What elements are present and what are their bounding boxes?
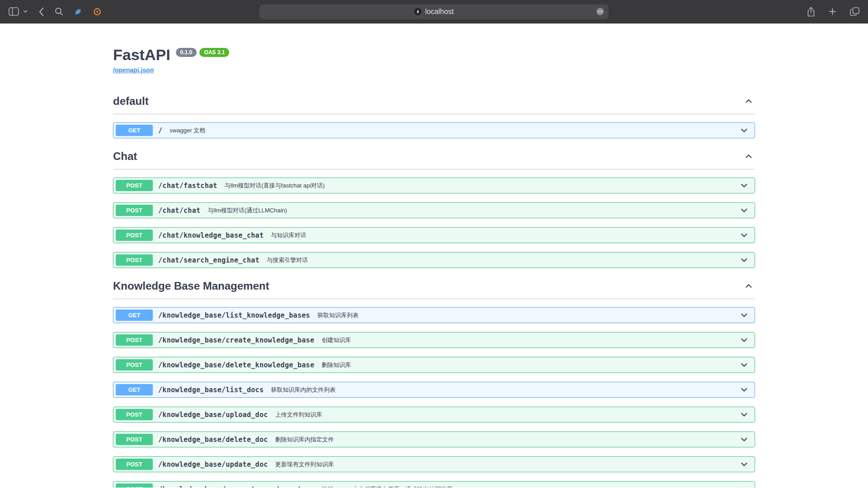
back-icon[interactable] [37, 6, 45, 18]
method-badge: POST [116, 359, 153, 371]
operation-description: 根据content中文档重建向量库，流式输出处理进度。 [321, 485, 458, 488]
method-badge: POST [116, 205, 153, 216]
section-title: Knowledge Base Management [113, 280, 269, 292]
operation-description: 获取知识库列表 [317, 311, 359, 319]
operation-list: GET / swagger 文档 [113, 122, 755, 138]
operation-row[interactable]: POST /chat/fastchat 与llm模型对话(直接与fastchat… [113, 178, 755, 193]
sidebar-chevron-icon[interactable] [22, 9, 29, 14]
expand-icon[interactable] [736, 256, 752, 265]
url-field[interactable]: localhost [259, 4, 609, 19]
expand-icon[interactable] [736, 435, 752, 444]
operation-description: 与知识库对话 [271, 231, 306, 239]
method-badge: POST [116, 230, 153, 241]
operation-row[interactable]: GET / swagger 文档 [113, 122, 755, 138]
operation-list: POST /chat/fastchat 与llm模型对话(直接与fastchat… [113, 178, 755, 268]
browser-toolbar: localhost [0, 0, 868, 23]
collapse-icon[interactable] [742, 97, 755, 106]
operation-description: 上传文件到知识库 [275, 411, 322, 419]
operation-path: /knowledge_base/list_knowledge_bases [158, 311, 310, 319]
operation-row[interactable]: POST /knowledge_base/update_doc 更新现有文件到知… [113, 456, 755, 472]
operation-path: / [158, 127, 162, 135]
method-badge: GET [116, 125, 153, 136]
operation-description: 删除知识库 [321, 361, 351, 369]
swagger-page: FastAPI 0.1.0 OAS 3.1 /openapi.json defa… [0, 23, 868, 488]
page-menu-icon[interactable] [596, 7, 604, 16]
extension-orange-icon[interactable] [92, 6, 103, 17]
operation-description: 删除知识库内指定文件 [275, 436, 334, 444]
sections: default GET / swagger 文档 Chat [113, 92, 755, 488]
operation-description: 获取知识库内的文件列表 [271, 386, 335, 394]
method-badge: POST [116, 483, 153, 488]
expand-icon[interactable] [736, 181, 752, 190]
expand-icon[interactable] [736, 485, 752, 488]
section-title: Chat [113, 150, 137, 163]
method-badge: POST [116, 459, 153, 470]
operation-path: /knowledge_base/upload_doc [158, 411, 268, 419]
section-header[interactable]: Chat [113, 147, 755, 169]
page-title: FastAPI [113, 46, 170, 64]
operation-row[interactable]: POST /knowledge_base/delete_doc 删除知识库内指定… [113, 432, 755, 447]
operation-description: swagger 文档 [170, 127, 205, 135]
expand-icon[interactable] [736, 361, 752, 370]
operation-description: 与llm模型对话(通过LLMChain) [208, 206, 287, 215]
method-badge: GET [116, 310, 153, 321]
expand-icon[interactable] [736, 206, 752, 215]
operation-list: GET /knowledge_base/list_knowledge_bases… [113, 307, 755, 488]
method-badge: POST [116, 254, 153, 266]
method-badge: POST [116, 434, 153, 445]
operation-description: 创建知识库 [321, 336, 351, 344]
method-badge: GET [116, 384, 153, 395]
share-icon[interactable] [806, 5, 816, 18]
extension-blue-icon[interactable] [73, 6, 84, 17]
tab-overview-icon[interactable] [849, 6, 861, 17]
operation-row[interactable]: POST /knowledge_base/recreate_vector_sto… [113, 481, 755, 488]
section-header[interactable]: Knowledge Base Management [113, 277, 755, 299]
collapse-icon[interactable] [742, 282, 755, 291]
api-section: Knowledge Base Management GET /knowledge… [113, 277, 755, 488]
version-badge: 0.1.0 [176, 48, 197, 57]
expand-icon[interactable] [736, 410, 752, 419]
search-icon[interactable] [53, 6, 65, 17]
method-badge: POST [116, 180, 153, 191]
operation-row[interactable]: POST /knowledge_base/create_knowledge_ba… [113, 332, 755, 348]
expand-icon[interactable] [736, 126, 752, 135]
operation-row[interactable]: GET /knowledge_base/list_knowledge_bases… [113, 307, 755, 323]
expand-icon[interactable] [736, 460, 752, 469]
method-badge: POST [116, 334, 153, 346]
operation-row[interactable]: POST /chat/search_engine_chat 与搜索引擎对话 [113, 252, 755, 268]
method-badge: POST [116, 409, 153, 420]
operation-path: /chat/knowledge_base_chat [158, 231, 264, 239]
operation-row[interactable]: GET /knowledge_base/list_docs 获取知识库内的文件列… [113, 382, 755, 398]
operation-row[interactable]: POST /chat/chat 与llm模型对话(通过LLMChain) [113, 202, 755, 218]
operation-path: /chat/fastchat [158, 182, 217, 190]
api-section: Chat POST /chat/fastchat 与llm模型对话(直接与fas… [113, 147, 755, 268]
operation-path: /knowledge_base/create_knowledge_base [158, 336, 314, 344]
operation-row[interactable]: POST /knowledge_base/delete_knowledge_ba… [113, 357, 755, 373]
api-section: default GET / swagger 文档 [113, 92, 755, 138]
operation-description: 更新现有文件到知识库 [275, 460, 334, 469]
site-favicon [414, 8, 422, 15]
operation-path: /knowledge_base/delete_knowledge_base [158, 361, 314, 369]
url-text: localhost [425, 8, 453, 16]
section-header[interactable]: default [113, 92, 755, 114]
operation-path: /knowledge_base/delete_doc [158, 436, 268, 444]
operation-path: /knowledge_base/list_docs [158, 386, 264, 394]
expand-icon[interactable] [736, 385, 752, 394]
sidebar-toggle-icon[interactable] [7, 6, 20, 17]
operation-path: /chat/search_engine_chat [158, 256, 259, 264]
openapi-link[interactable]: /openapi.json [113, 66, 154, 74]
operation-description: 与搜索引擎对话 [267, 256, 308, 264]
oas-badge: OAS 3.1 [199, 48, 229, 57]
operation-description: 与llm模型对话(直接与fastchat api对话) [225, 182, 325, 190]
new-tab-icon[interactable] [827, 6, 838, 17]
expand-icon[interactable] [736, 311, 752, 320]
operation-path: /knowledge_base/recreate_vector_store [158, 485, 314, 488]
operation-path: /knowledge_base/update_doc [158, 460, 268, 469]
api-info: FastAPI 0.1.0 OAS 3.1 /openapi.json [113, 46, 755, 74]
operation-row[interactable]: POST /chat/knowledge_base_chat 与知识库对话 [113, 227, 755, 243]
collapse-icon[interactable] [742, 152, 755, 161]
expand-icon[interactable] [736, 336, 752, 345]
expand-icon[interactable] [736, 231, 752, 240]
section-title: default [113, 95, 149, 108]
operation-row[interactable]: POST /knowledge_base/upload_doc 上传文件到知识库 [113, 407, 755, 422]
